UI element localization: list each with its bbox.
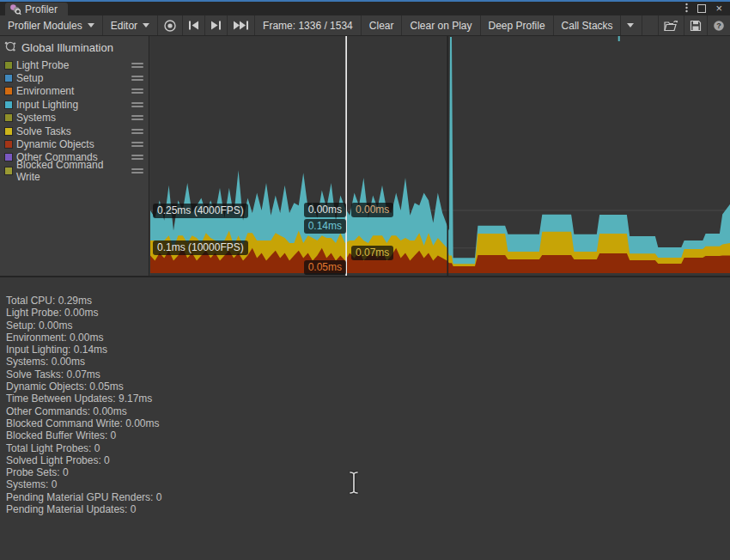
load-profile-button[interactable] [658, 15, 684, 35]
drag-handle-icon[interactable] [131, 129, 143, 134]
module-legend: Light ProbeSetupEnvironmentInput Lightin… [0, 58, 149, 178]
legend-item-systems[interactable]: Systems [0, 112, 149, 125]
help-icon: ? [713, 20, 725, 32]
detail-line: Input Lighting: 0.14ms [6, 344, 730, 356]
current-frame-button[interactable] [228, 15, 255, 35]
legend-label: Dynamic Objects [16, 138, 94, 150]
detail-line: Light Probe: 0.00ms [6, 307, 730, 319]
save-profile-button[interactable] [684, 15, 708, 35]
profiler-toolbar: Profiler Modules Editor [0, 15, 730, 36]
detail-line: Systems: 0 [6, 478, 730, 490]
detail-line: Pending Material Updates: 0 [6, 503, 730, 515]
maximize-icon[interactable] [697, 4, 706, 13]
legend-label: Light Probe [16, 59, 69, 71]
detail-line: Other Commands: 0.00ms [6, 405, 730, 417]
legend-color-swatch [5, 88, 12, 94]
detail-line: Time Between Updates: 9.17ms [6, 393, 730, 405]
drag-handle-icon[interactable] [131, 155, 143, 160]
drag-handle-icon[interactable] [131, 142, 143, 147]
legend-label: Environment [16, 85, 74, 97]
module-details-pane: Total CPU: 0.29msLight Probe: 0.00msSetu… [0, 277, 730, 560]
svg-text:?: ? [716, 21, 721, 30]
value-label-solve-tasks: 0.07ms [351, 246, 393, 260]
next-frame-button[interactable] [205, 15, 228, 35]
close-icon[interactable]: × [715, 4, 722, 13]
selected-value-light-probe: 0.00ms [304, 203, 346, 217]
legend-color-swatch [5, 114, 12, 121]
detail-line: Blocked Buffer Writes: 0 [6, 429, 730, 441]
axis-label-upper: 0.25ms (4000FPS) [153, 204, 248, 218]
clear-button[interactable]: Clear [362, 15, 403, 35]
legend-color-swatch [5, 167, 12, 174]
gi-chart[interactable]: 0.25ms (4000FPS) 0.1ms (10000FPS) 0.00ms… [150, 36, 730, 276]
tab-profiler[interactable]: Profiler [5, 3, 68, 15]
frame-counter: Frame: 1336 / 1534 [255, 15, 362, 35]
drag-handle-icon[interactable] [131, 76, 143, 81]
detail-line: Environment: 0.00ms [6, 332, 730, 344]
selected-value-input-lighting: 0.14ms [304, 219, 346, 234]
prev-frame-icon [188, 21, 199, 30]
legend-color-swatch [5, 75, 12, 82]
record-icon [163, 19, 177, 33]
axis-label-lower: 0.1ms (10000FPS) [153, 240, 248, 255]
legend-label: Blocked Command Write [16, 159, 127, 183]
legend-item-environment[interactable]: Environment [0, 85, 149, 98]
drag-handle-icon[interactable] [131, 168, 143, 173]
chevron-down-icon [143, 23, 149, 27]
detail-line: Blocked Command Write: 0.00ms [6, 417, 730, 429]
deep-profile-button[interactable]: Deep Profile [481, 15, 554, 35]
prev-frame-button[interactable] [183, 15, 205, 35]
legend-color-swatch [5, 141, 12, 148]
drag-handle-icon[interactable] [131, 88, 143, 94]
clear-on-play-button[interactable]: Clear on Play [402, 15, 480, 35]
target-selection-dropdown[interactable]: Editor [103, 15, 158, 35]
detail-line: Pending Material GPU Renders: 0 [6, 491, 730, 503]
detail-line: Total Light Probes: 0 [6, 442, 730, 454]
legend-label: Systems [16, 112, 56, 124]
folder-open-icon [664, 20, 678, 32]
detail-line: Systems: 0.00ms [6, 356, 730, 368]
save-icon [690, 20, 702, 32]
profiler-modules-dropdown[interactable]: Profiler Modules [0, 15, 103, 35]
legend-item-blocked-command-write[interactable]: Blocked Command Write [0, 164, 149, 177]
detail-line: Setup: 0.00ms [6, 320, 730, 332]
drag-handle-icon[interactable] [131, 115, 143, 120]
legend-item-input-lighting[interactable]: Input Lighting [0, 98, 149, 111]
legend-color-swatch [5, 62, 12, 69]
title-bar: Profiler × [0, 2, 730, 15]
legend-color-swatch [5, 101, 12, 108]
selected-value-dynamic-objects: 0.05ms [304, 260, 346, 275]
legend-item-dynamic-objects[interactable]: Dynamic Objects [0, 137, 149, 150]
help-button[interactable]: ? [708, 15, 730, 35]
module-title: Global Illumination [21, 41, 113, 54]
legend-color-swatch [5, 128, 12, 135]
drag-handle-icon[interactable] [131, 63, 143, 68]
profiler-window: Profiler × Profiler Modules Editor [0, 0, 730, 560]
module-header[interactable]: Global Illumination [0, 36, 149, 58]
last-frame-icon [233, 21, 249, 30]
window-controls: × [685, 2, 730, 15]
ibeam-cursor [348, 471, 360, 497]
legend-label: Solve Tasks [16, 125, 71, 137]
legend-color-swatch [5, 154, 12, 161]
legend-item-light-probe[interactable]: Light Probe [0, 58, 149, 71]
call-stacks-button[interactable]: Call Stacks [554, 15, 642, 35]
record-button[interactable] [158, 15, 183, 35]
profiler-icon [9, 3, 21, 15]
value-label-setup: 0.00ms [351, 203, 393, 217]
global-illumination-icon [4, 40, 16, 55]
detail-line: Probe Sets: 0 [6, 466, 730, 478]
module-sidebar: Global Illumination Light ProbeSetupEnvi… [0, 36, 149, 276]
profiler-charts-area: Global Illumination Light ProbeSetupEnvi… [0, 36, 730, 276]
legend-item-setup[interactable]: Setup [0, 71, 149, 84]
call-stacks-dropdown[interactable] [620, 15, 634, 35]
legend-item-solve-tasks[interactable]: Solve Tasks [0, 125, 149, 137]
window-menu-icon[interactable] [685, 3, 688, 15]
legend-label: Setup [16, 72, 43, 84]
next-frame-icon [210, 21, 222, 30]
detail-line: Total CPU: 0.29ms [6, 295, 730, 307]
chevron-down-icon [88, 23, 94, 27]
drag-handle-icon[interactable] [131, 102, 143, 107]
detail-line: Solved Light Probes: 0 [6, 454, 730, 466]
detail-line: Dynamic Objects: 0.05ms [6, 380, 730, 393]
